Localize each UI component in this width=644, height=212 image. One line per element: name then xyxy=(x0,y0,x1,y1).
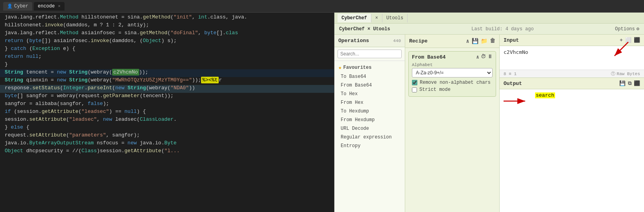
tab-cyber-label: Cyber xyxy=(14,4,28,9)
recipe-panel: Recipe ∧ 💾 📁 🗑 From Base64 ∧ ⏱ xyxy=(405,35,500,212)
cyberchef-header: CyberChef × Utools Last build: 4 days ag… xyxy=(334,24,644,35)
star-icon: ★ xyxy=(338,64,341,71)
recipe-strict-mode-row: Strict mode xyxy=(412,87,493,92)
code-line: java.lang.reflect.Method hillstonenet = … xyxy=(0,14,334,22)
tab-cyber[interactable]: 👤 Cyber xyxy=(3,2,32,11)
code-line: return (byte[]) asiainfosec.invoke(damdd… xyxy=(0,38,334,46)
cyberchef-build-label: Last build: 4 days ago xyxy=(471,26,533,32)
recipe-op-name: From Base64 xyxy=(412,54,446,60)
code-line: String qianxin = new String(webray("MWRh… xyxy=(0,77,334,85)
code-line: session.setAttribute("leadsec", new lead… xyxy=(0,116,334,124)
recipe-op-from-base64: From Base64 ∧ ⏱ ⏸ Alphabet A-Za-z0-9+/= … xyxy=(408,51,496,97)
user-icon: 👤 xyxy=(7,4,13,9)
code-line: } xyxy=(0,61,334,69)
ops-item-entropy[interactable]: Entropy xyxy=(338,142,402,150)
ops-item-to-hex[interactable]: To Hex xyxy=(338,90,402,98)
recipe-remove-non-alpha-checkbox[interactable] xyxy=(412,80,417,85)
recipe-op-disable[interactable]: ⏱ xyxy=(481,54,486,60)
recipe-strict-mode-checkbox[interactable] xyxy=(412,87,417,92)
recipe-folder-icon[interactable]: 📁 xyxy=(481,38,487,44)
input-stats-chars: 8 ≡ 1 xyxy=(504,72,517,76)
code-editor-panel: java.lang.reflect.Method hillstonenet = … xyxy=(0,13,334,212)
ops-search-input[interactable] xyxy=(338,50,402,58)
cyberchef-title: CyberChef × Utools xyxy=(339,26,390,32)
code-highlight-base64: c2VhcmNo xyxy=(112,69,139,76)
cyberchef-panel: CyberChef × Utools CyberChef × Utools La… xyxy=(334,13,644,212)
output-arrow-indicator xyxy=(504,93,535,111)
cc-tab-separator: × xyxy=(371,14,382,22)
recipe-alphabet-select[interactable]: A-Za-z0-9+/= A-Za-z0-9-_= Custom xyxy=(412,68,493,77)
output-copy-icon[interactable]: ⧉ xyxy=(628,81,631,87)
ops-favourites-section: ★ Favourites To Base64 From Base64 To He… xyxy=(334,61,405,152)
ops-item-to-hexdump[interactable]: To Hexdump xyxy=(338,107,402,116)
recipe-save-icon[interactable]: 💾 xyxy=(472,38,478,44)
options-label: Options xyxy=(615,26,635,32)
cc-tab-cyberchef[interactable]: CyberChef xyxy=(338,14,371,22)
recipe-strict-mode-label: Strict mode xyxy=(419,87,450,92)
recipe-alphabet-label: Alphabet xyxy=(412,63,493,67)
raw-bytes-icon: Ⓣ xyxy=(611,71,615,77)
cc-tab-utools-label: Utools xyxy=(386,15,403,21)
recipe-delete-icon[interactable]: 🗑 xyxy=(490,38,495,44)
operations-count: 440 xyxy=(393,39,401,43)
ops-item-from-base64[interactable]: From Base64 xyxy=(338,81,402,90)
ops-item-from-hex[interactable]: From Hex xyxy=(338,98,402,107)
input-window-icon[interactable]: ⬜ xyxy=(625,37,631,43)
ops-favourites-header[interactable]: ★ Favourites xyxy=(338,63,402,72)
ops-favourites-label: Favourites xyxy=(343,65,371,70)
ops-item-to-base64[interactable]: To Base64 xyxy=(338,72,402,81)
ops-item-regex[interactable]: Regular expression xyxy=(338,133,402,142)
output-header: Output 💾 ⧉ ⬛ xyxy=(500,78,644,89)
code-line: request.setAttribute("parameters", sangf… xyxy=(0,132,334,140)
ops-item-from-hexdump[interactable]: From Hexdump xyxy=(338,116,402,124)
gear-icon: ⚙ xyxy=(637,26,639,32)
output-value-highlighted: search xyxy=(535,92,555,98)
output-header-right: 💾 ⧉ ⬛ xyxy=(619,80,640,87)
code-lines: java.lang.reflect.Method hillstonenet = … xyxy=(0,13,334,157)
ops-item-url-decode[interactable]: URL Decode xyxy=(338,124,402,133)
code-line-highlighted: String tencent = new String(webray(c2Vhc… xyxy=(0,69,334,77)
input-expand-icon[interactable]: ⬛ xyxy=(634,37,640,43)
tab-encode[interactable]: encode × xyxy=(34,2,65,11)
code-line: java.io.ByteArrayOutputStream nsfocus = … xyxy=(0,140,334,148)
output-area: search xyxy=(500,89,644,212)
output-save-icon[interactable]: 💾 xyxy=(619,80,626,87)
cyberchef-tabs: CyberChef × Utools xyxy=(334,13,644,24)
code-highlight-template: %><%t xyxy=(201,77,219,83)
output-title: Output xyxy=(504,81,522,87)
input-section: Input + ⬜ ⬛ c2VhcmNo xyxy=(500,35,644,78)
output-section: Output 💾 ⧉ ⬛ xyxy=(500,78,644,212)
recipe-op-expand[interactable]: ∧ xyxy=(476,54,479,60)
code-line: if (session.getAttribute("leadsec") == n… xyxy=(0,109,334,116)
code-line: } catch (Exception e) { xyxy=(0,46,334,53)
recipe-collapse-icon[interactable]: ∧ xyxy=(466,38,469,44)
code-line: Object dhcpsecurity = //(Class)session.g… xyxy=(0,148,334,156)
cyberchef-body: Operations 440 ★ Favourites To Base64 Fr… xyxy=(334,35,644,212)
code-line: byte[] sangfor = webray(request.getParam… xyxy=(0,93,334,101)
recipe-alphabet-field: Alphabet A-Za-z0-9+/= A-Za-z0-9-_= Custo… xyxy=(412,63,493,77)
recipe-header-icons: ∧ 💾 📁 🗑 xyxy=(466,38,495,44)
recipe-remove-non-alpha-row: Remove non-alphabet chars xyxy=(412,80,493,85)
operations-title: Operations xyxy=(338,38,369,44)
recipe-title: Recipe xyxy=(409,38,428,44)
output-expand-icon[interactable]: ⬛ xyxy=(634,80,640,87)
recipe-op-controls: ∧ ⏱ ⏸ xyxy=(476,54,493,60)
tab-encode-close[interactable]: × xyxy=(58,4,61,9)
cc-tab-utools[interactable]: Utools xyxy=(382,14,408,22)
top-tab-bar: 👤 Cyber encode × xyxy=(0,0,644,13)
input-value: c2VhcmNo xyxy=(504,49,528,55)
cyberchef-options-button[interactable]: Options ⚙ xyxy=(615,26,639,32)
recipe-op-pause[interactable]: ⏸ xyxy=(487,54,493,60)
output-value: search xyxy=(535,92,555,98)
recipe-remove-non-alpha-label: Remove non-alphabet chars xyxy=(420,80,491,85)
input-add-icon[interactable]: + xyxy=(620,37,623,43)
input-title: Input xyxy=(504,37,519,43)
recipe-header: Recipe ∧ 💾 📁 🗑 xyxy=(405,35,499,48)
ops-search-container xyxy=(334,47,405,61)
code-line: java.lang.reflect.Method asiainfosec = s… xyxy=(0,30,334,38)
input-area: c2VhcmNo xyxy=(500,46,644,70)
raw-bytes-label: Raw Bytes xyxy=(617,72,640,76)
input-header: Input + ⬜ ⬛ xyxy=(500,35,644,46)
operations-header: Operations 440 xyxy=(334,35,405,47)
main-content: java.lang.reflect.Method hillstonenet = … xyxy=(0,13,644,212)
